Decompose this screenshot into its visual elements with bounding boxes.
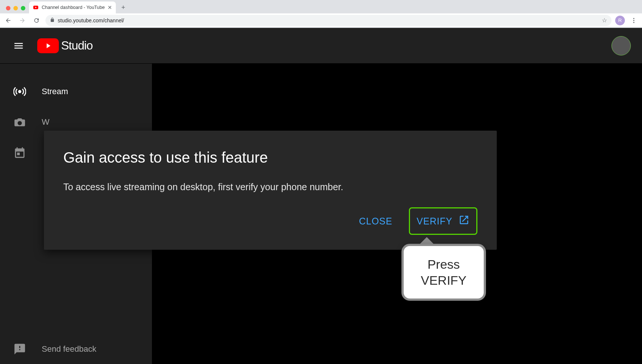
browser-toolbar: studio.youtube.com/channel/ ☆ R bbox=[0, 13, 642, 28]
youtube-play-icon bbox=[37, 38, 59, 53]
forward-button[interactable] bbox=[17, 15, 28, 26]
lock-icon bbox=[50, 17, 55, 23]
open-in-new-icon bbox=[458, 214, 470, 228]
browser-menu-button[interactable] bbox=[629, 15, 639, 26]
sidebar-item-label: W bbox=[42, 117, 50, 127]
back-button[interactable] bbox=[3, 15, 13, 26]
reload-button[interactable] bbox=[31, 15, 42, 26]
address-bar[interactable]: studio.youtube.com/channel/ ☆ bbox=[45, 15, 611, 26]
close-button-label: CLOSE bbox=[359, 216, 392, 227]
close-tab-icon[interactable]: ✕ bbox=[108, 4, 112, 10]
close-window-button[interactable] bbox=[6, 6, 10, 10]
callout-line1: Press bbox=[421, 256, 467, 272]
window-controls bbox=[3, 6, 29, 13]
callout-box: Press VERIFY bbox=[401, 244, 486, 301]
account-avatar[interactable] bbox=[611, 36, 631, 55]
verify-button-label: VERIFY bbox=[417, 216, 452, 227]
studio-logo[interactable]: Studio bbox=[37, 38, 93, 53]
svg-point-2 bbox=[633, 20, 635, 21]
url-text: studio.youtube.com/channel/ bbox=[58, 17, 124, 23]
browser-chrome: Channel dashboard - YouTube ✕ + studio.y… bbox=[0, 0, 642, 28]
browser-tab[interactable]: Channel dashboard - YouTube ✕ bbox=[29, 1, 116, 13]
youtube-favicon bbox=[33, 4, 39, 10]
camera-icon bbox=[13, 116, 26, 128]
close-button[interactable]: CLOSE bbox=[353, 211, 398, 232]
bookmark-star-icon[interactable]: ☆ bbox=[602, 17, 607, 24]
broadcast-icon bbox=[13, 85, 26, 98]
svg-point-3 bbox=[633, 22, 635, 23]
studio-app: Studio Stream W bbox=[0, 28, 642, 364]
studio-logo-text: Studio bbox=[61, 39, 93, 52]
modal-title: Gain access to use this feature bbox=[63, 149, 477, 166]
tab-strip: Channel dashboard - YouTube ✕ + bbox=[0, 0, 642, 13]
new-tab-button[interactable]: + bbox=[118, 2, 128, 13]
svg-point-1 bbox=[633, 18, 635, 19]
callout-arrow bbox=[420, 237, 433, 244]
modal-body: To access live streaming on desktop, fir… bbox=[63, 182, 477, 192]
sidebar-item-label: Stream bbox=[42, 87, 68, 96]
hamburger-menu-button[interactable] bbox=[11, 38, 26, 53]
instruction-callout: Press VERIFY bbox=[401, 237, 486, 301]
tab-title: Channel dashboard - YouTube bbox=[42, 5, 105, 10]
svg-point-4 bbox=[18, 90, 22, 93]
maximize-window-button[interactable] bbox=[21, 6, 25, 10]
profile-letter: R bbox=[618, 17, 622, 23]
app-header: Studio bbox=[0, 28, 642, 64]
profile-button[interactable]: R bbox=[615, 16, 625, 25]
calendar-icon bbox=[13, 146, 26, 159]
verify-highlight: VERIFY bbox=[409, 207, 477, 235]
callout-line2: VERIFY bbox=[421, 272, 467, 288]
modal-actions: CLOSE VERIFY bbox=[63, 207, 477, 235]
sidebar-item-stream[interactable]: Stream bbox=[0, 76, 152, 107]
verify-modal: Gain access to use this feature To acces… bbox=[44, 131, 497, 250]
verify-button[interactable]: VERIFY bbox=[411, 209, 476, 233]
minimize-window-button[interactable] bbox=[13, 6, 18, 10]
sidebar-item-feedback[interactable]: Send feedback bbox=[0, 334, 152, 364]
sidebar-item-label: Send feedback bbox=[42, 344, 96, 354]
feedback-icon bbox=[13, 343, 26, 355]
